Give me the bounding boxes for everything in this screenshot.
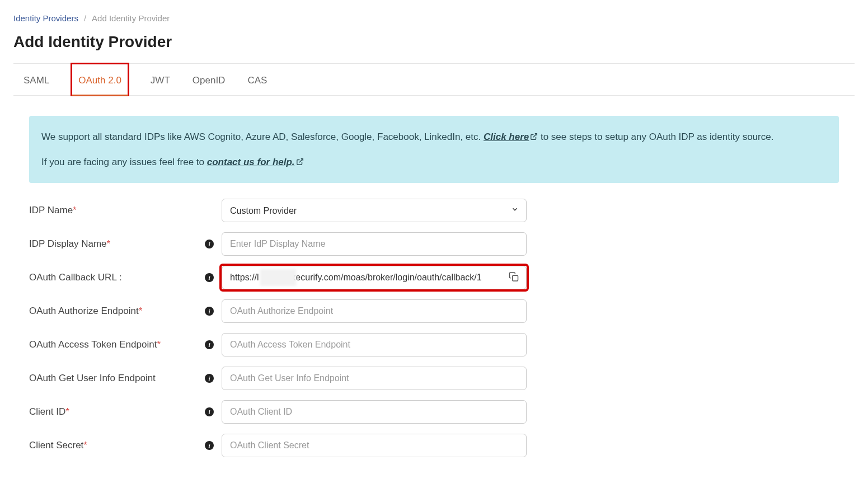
label-client-secret: Client Secret* (29, 440, 197, 451)
info-icon[interactable]: i (205, 407, 214, 416)
label-authorize-endpoint: OAuth Authorize Endpoint* (29, 306, 197, 317)
info-icon[interactable]: i (205, 273, 214, 282)
banner-link-click-here[interactable]: Click here (484, 132, 538, 142)
tab-oauth[interactable]: OAuth 2.0 (72, 64, 128, 95)
info-banner: We support all standard IDPs like AWS Co… (29, 116, 839, 183)
banner-text-1a: We support all standard IDPs like AWS Co… (41, 132, 484, 142)
callback-url-highlight (222, 266, 527, 289)
info-icon[interactable]: i (205, 340, 214, 349)
info-icon[interactable]: i (205, 441, 214, 450)
copy-button[interactable] (506, 270, 521, 286)
breadcrumb-current: Add Identity Provider (92, 13, 170, 23)
input-authorize-endpoint[interactable] (222, 299, 527, 323)
external-link-icon (530, 133, 538, 140)
input-client-secret[interactable] (222, 434, 527, 457)
breadcrumb-root-link[interactable]: Identity Providers (13, 13, 78, 23)
input-userinfo-endpoint[interactable] (222, 367, 527, 390)
row-userinfo-endpoint: OAuth Get User Info Endpoint i (29, 367, 839, 390)
info-icon[interactable]: i (205, 374, 214, 383)
row-authorize-endpoint: OAuth Authorize Endpoint* i (29, 299, 839, 323)
row-token-endpoint: OAuth Access Token Endpoint* i (29, 333, 839, 356)
tab-openid[interactable]: OpenID (193, 64, 226, 95)
select-idp-name[interactable]: Custom Provider (222, 199, 527, 222)
breadcrumb: Identity Providers / Add Identity Provid… (13, 13, 855, 23)
input-callback-url[interactable] (222, 266, 527, 289)
input-client-id[interactable] (222, 400, 527, 424)
row-client-secret: Client Secret* i (29, 434, 839, 457)
banner-text-2a: If you are facing any issues feel free t… (41, 157, 207, 167)
label-userinfo-endpoint: OAuth Get User Info Endpoint (29, 373, 197, 384)
row-callback-url: OAuth Callback URL : i (29, 266, 839, 289)
input-token-endpoint[interactable] (222, 333, 527, 356)
tab-cas[interactable]: CAS (247, 64, 267, 95)
banner-text-1b: to see steps to setup any OAuth IDP as i… (538, 132, 773, 142)
info-icon[interactable]: i (205, 240, 214, 248)
label-callback-url: OAuth Callback URL : (29, 272, 197, 283)
label-client-id: Client ID* (29, 406, 197, 417)
svg-line-0 (533, 134, 537, 137)
svg-rect-2 (513, 276, 518, 282)
row-idp-display-name: IDP Display Name* i (29, 232, 839, 256)
input-idp-display-name[interactable] (222, 232, 527, 256)
breadcrumb-separator: / (84, 13, 86, 23)
label-token-endpoint: OAuth Access Token Endpoint* (29, 339, 197, 350)
content-area: We support all standard IDPs like AWS Co… (13, 96, 855, 457)
page-title: Add Identity Provider (13, 33, 855, 51)
row-client-id: Client ID* i (29, 400, 839, 424)
tab-saml[interactable]: SAML (24, 64, 49, 95)
svg-line-1 (299, 159, 302, 162)
banner-link-contact[interactable]: contact us for help. (207, 157, 304, 167)
label-idp-name: IDP Name* (29, 205, 197, 216)
tab-jwt[interactable]: JWT (151, 64, 170, 95)
external-link-icon (296, 158, 304, 166)
row-idp-name: IDP Name* Custom Provider (29, 199, 839, 222)
tabs: SAML OAuth 2.0 JWT OpenID CAS (13, 64, 855, 96)
info-icon[interactable]: i (205, 307, 214, 316)
copy-icon (509, 272, 519, 282)
label-idp-display-name: IDP Display Name* (29, 238, 197, 250)
